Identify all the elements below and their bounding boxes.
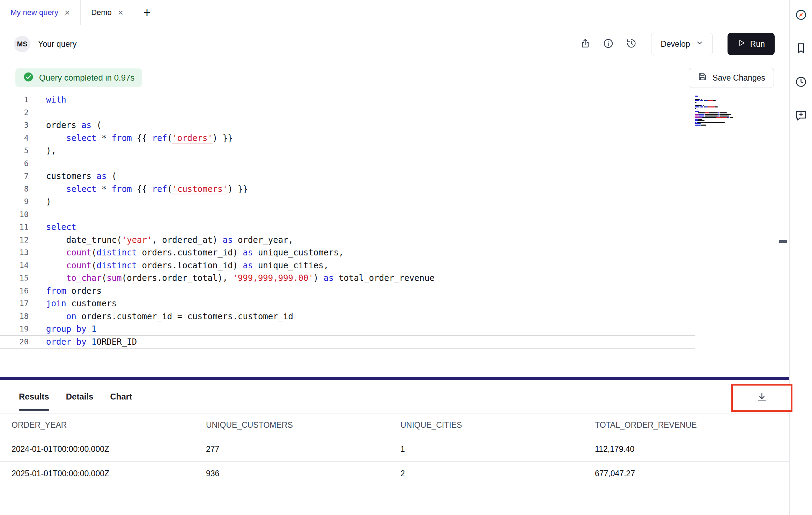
line-number: 4 [0, 132, 29, 145]
code-text: select * from {{ ref('orders') }} [46, 132, 233, 145]
explore-compass-icon [795, 8, 807, 22]
column-header: UNIQUE_CITIES [400, 420, 595, 430]
play-icon [737, 39, 746, 49]
share-button[interactable] [577, 36, 593, 52]
line-number: 10 [0, 208, 29, 221]
scrollbar-thumb[interactable] [779, 240, 787, 243]
develop-dropdown[interactable]: Develop [651, 33, 713, 55]
status-row: Query completed in 0.97s Save Changes [0, 68, 789, 88]
code-text: select [46, 221, 76, 234]
code-text: count(distinct orders.customer_id) as un… [46, 246, 344, 259]
line-number: 16 [0, 285, 29, 298]
history-button[interactable] [623, 36, 639, 52]
code-line[interactable]: 1with [0, 94, 789, 106]
code-line[interactable]: 11select [0, 221, 789, 234]
explore-button[interactable] [793, 8, 809, 23]
code-line[interactable]: 8 select * from {{ ref('customers') }} [0, 183, 789, 196]
bookmark-button[interactable] [793, 41, 809, 57]
save-changes-button[interactable]: Save Changes [689, 68, 774, 88]
clock-icon [795, 75, 807, 89]
column-header: TOTAL_ORDER_REVENUE [595, 420, 789, 430]
code-text: count(distinct orders.location_id) as un… [46, 259, 329, 272]
line-number: 11 [0, 221, 29, 234]
panel-splitter[interactable] [0, 377, 789, 380]
code-line[interactable]: 19group by 1 [0, 323, 789, 336]
feedback-button[interactable] [793, 108, 809, 124]
save-changes-label: Save Changes [713, 73, 765, 83]
main-panel: My new query × Demo × + MS Your query [0, 0, 790, 515]
new-tab-button[interactable]: + [134, 0, 160, 25]
sql-editor[interactable]: 1with23orders as (4 select * from {{ ref… [0, 94, 789, 377]
info-icon [603, 38, 614, 50]
table-cell: 112,179.40 [595, 445, 789, 454]
code-line[interactable]: 4 select * from {{ ref('orders') }} [0, 132, 789, 145]
code-text: ), [46, 144, 56, 157]
tab-results[interactable]: Results [19, 380, 49, 413]
code-text: on orders.customer_id = customers.custom… [46, 310, 293, 323]
line-number: 9 [0, 195, 29, 208]
column-header: ORDER_YEAR [12, 420, 206, 430]
code-line[interactable]: 14 count(distinct orders.location_id) as… [0, 259, 789, 272]
query-actions: Develop Run [577, 33, 775, 55]
tab-chart[interactable]: Chart [110, 380, 132, 413]
share-icon [580, 38, 591, 50]
line-number: 3 [0, 119, 29, 132]
code-text: with [46, 94, 66, 106]
code-line[interactable]: 17join customers [0, 297, 789, 310]
code-line[interactable]: 2 [0, 106, 789, 119]
code-line[interactable]: 10 [0, 208, 789, 221]
code-line[interactable]: 6 [0, 157, 789, 170]
table-cell: 1 [400, 445, 595, 454]
code-line[interactable]: 9) [0, 195, 789, 208]
save-icon [697, 72, 707, 84]
code-line[interactable]: 7customers as ( [0, 170, 789, 183]
run-button[interactable]: Run [728, 33, 775, 55]
close-icon[interactable]: × [118, 8, 123, 17]
code-line[interactable]: 3orders as ( [0, 119, 789, 132]
column-header: UNIQUE_CUSTOMERS [206, 420, 400, 430]
table-cell: 2024-01-01T00:00:00.000Z [12, 445, 206, 454]
line-number: 6 [0, 157, 29, 170]
code-line[interactable]: 12 date_trunc('year', ordered_at) as ord… [0, 234, 789, 247]
line-number: 8 [0, 183, 29, 196]
code-line[interactable]: 15 to_char(sum(orders.order_total), '999… [0, 272, 789, 285]
tab-my-new-query[interactable]: My new query × [0, 0, 81, 25]
tab-details[interactable]: Details [66, 380, 94, 413]
avatar: MS [14, 36, 30, 52]
close-icon[interactable]: × [65, 8, 70, 17]
code-line[interactable]: 18 on orders.customer_id = customers.cus… [0, 310, 789, 323]
download-button[interactable] [751, 387, 772, 408]
code-text: ) [46, 195, 51, 208]
table-row[interactable]: 2024-01-01T00:00:00.000Z2771112,179.40 [0, 437, 789, 462]
tab-demo[interactable]: Demo × [81, 0, 134, 25]
bookmark-icon [795, 42, 807, 56]
code-text: order by 1ORDER_ID [46, 336, 137, 349]
code-line[interactable]: 13 count(distinct orders.customer_id) as… [0, 246, 789, 259]
status-badge: Query completed in 0.97s [15, 68, 142, 87]
comment-plus-icon [795, 109, 807, 123]
annotation-highlight [731, 384, 792, 412]
query-history-button[interactable] [793, 75, 809, 90]
line-number: 2 [0, 106, 29, 119]
right-sidebar [790, 0, 812, 515]
code-text: from orders [46, 285, 102, 298]
page-title: Your query [38, 39, 76, 49]
develop-label: Develop [660, 39, 690, 49]
minimap[interactable] [695, 96, 733, 126]
results-table: ORDER_YEARUNIQUE_CUSTOMERSUNIQUE_CITIEST… [0, 413, 789, 486]
code-text: orders as ( [46, 119, 102, 132]
code-line[interactable]: 16from orders [0, 285, 789, 298]
code-text: date_trunc('year', ordered_at) as order_… [46, 234, 293, 247]
info-button[interactable] [600, 36, 616, 52]
editor-tab-bar: My new query × Demo × + [0, 0, 789, 25]
line-number: 7 [0, 170, 29, 183]
chevron-down-icon [696, 39, 703, 49]
table-row[interactable]: 2025-01-01T00:00:00.000Z9362677,047.27 [0, 462, 789, 486]
history-icon [626, 38, 637, 50]
code-text: to_char(sum(orders.order_total), '999,99… [46, 272, 435, 285]
line-number: 17 [0, 297, 29, 310]
code-line[interactable]: 20order by 1ORDER_ID [0, 336, 695, 349]
line-number: 20 [0, 336, 29, 349]
code-line[interactable]: 5), [0, 144, 789, 157]
line-number: 14 [0, 259, 29, 272]
